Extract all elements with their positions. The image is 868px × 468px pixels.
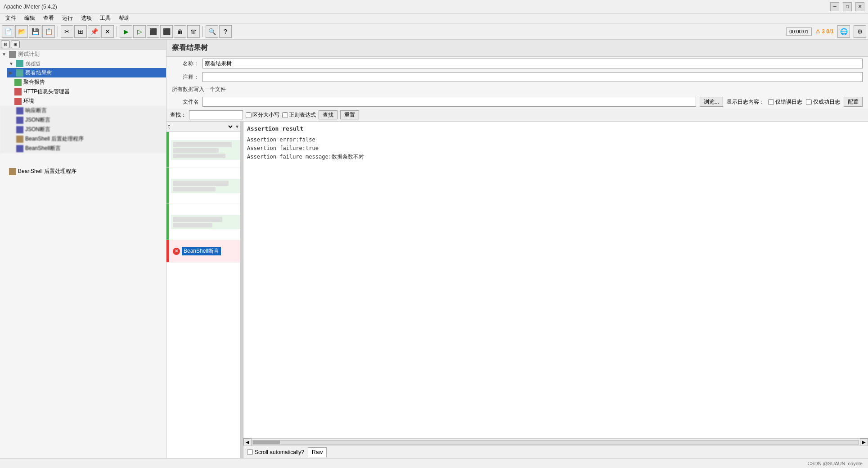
error-log-check[interactable] — [768, 99, 774, 105]
left-pane-header: t ▾ — [166, 122, 240, 132]
sidebar-item-assert1[interactable]: 响应断言 — [14, 106, 166, 115]
start-btn[interactable]: ▶ — [120, 25, 132, 38]
sidebar-item-bean1[interactable]: BeanShell 后置处理程序 — [14, 134, 166, 144]
sidebar-item-http[interactable]: HTTP信息头管理器 — [7, 87, 166, 96]
remote-btn[interactable]: 🌐 — [837, 25, 850, 38]
copy-btn[interactable]: ⊞ — [74, 25, 87, 38]
maximize-button[interactable]: □ — [843, 2, 852, 11]
result-item-4-content: ✕ BeanShell断言 — [171, 245, 240, 257]
left-dropdown[interactable]: t — [166, 122, 234, 132]
sidebar-item-label-0: 线程组 — [25, 60, 40, 67]
result-item-1-content — [171, 140, 240, 160]
help-btn[interactable]: ? — [219, 25, 232, 38]
stop-btn[interactable]: ⬛ — [147, 25, 159, 38]
config-btn[interactable]: 配置 — [844, 97, 863, 107]
close-button[interactable]: ✕ — [855, 2, 864, 11]
case-checkbox[interactable]: 区分大小写 — [246, 111, 279, 119]
assertion-panel: Assertion result Assertion error:false A… — [243, 122, 868, 165]
regex-checkbox[interactable]: 正则表达式 — [282, 111, 316, 119]
group-icon — [16, 60, 23, 67]
search-input[interactable] — [189, 110, 243, 119]
sidebar-item-beanshell-assert[interactable]: BeanShell断言 — [14, 144, 166, 153]
hscroll-track[interactable] — [252, 440, 859, 445]
raw-tab[interactable]: Raw — [308, 447, 327, 457]
results-left: t ▾ — [166, 122, 241, 458]
paste-btn[interactable]: 📌 — [88, 25, 100, 38]
browse-btn[interactable]: 浏览... — [700, 97, 723, 107]
scroll-right-btn[interactable]: ▶ — [860, 438, 868, 446]
sidebar-item-label-tree: 察看结果树 — [25, 69, 52, 77]
sidebar-item-aggregate[interactable]: 聚合报告 — [7, 77, 166, 87]
menu-view[interactable]: 查看 — [40, 14, 58, 23]
minimize-button[interactable]: ─ — [830, 2, 839, 11]
clear-btn[interactable]: 🗑 — [174, 25, 186, 38]
sidebar-item-bean2[interactable]: BeanShell 后置处理程序 — [7, 167, 166, 176]
menu-run[interactable]: 运行 — [58, 14, 76, 23]
comment-input[interactable] — [202, 72, 863, 82]
json2-icon — [16, 126, 23, 133]
sidebar-item-env[interactable]: 环境 — [7, 96, 166, 106]
case-check[interactable] — [246, 112, 252, 118]
collapse-all-btn[interactable]: ⊟ — [1, 41, 10, 48]
result-item-2[interactable] — [166, 168, 240, 204]
success-log-check[interactable] — [806, 99, 812, 105]
sidebar-item-label-beanshell-assert: BeanShell断言 — [25, 145, 61, 152]
result-item-1[interactable] — [166, 132, 240, 168]
sidebar-item-label-bean2: BeanShell 后置处理程序 — [18, 168, 76, 175]
clear-all-btn[interactable]: 🗑 — [187, 25, 200, 38]
log-buttons: 仅错误日志 仅成功日志 — [768, 98, 840, 106]
name-label: 名称： — [172, 60, 199, 68]
hscrollbar[interactable]: ◀ ▶ — [243, 438, 868, 445]
separator1 — [58, 26, 58, 37]
env-icon — [14, 98, 22, 105]
file-row-inner: 浏览... 显示日志内容： 仅错误日志 仅成功日志 配置 — [202, 97, 863, 107]
root-label: 测试计划 — [18, 50, 40, 58]
new-btn[interactable]: 📄 — [2, 25, 14, 38]
result-item-3[interactable] — [166, 204, 240, 240]
scroll-auto-checkbox[interactable]: Scroll automatically? — [247, 449, 304, 455]
error-log-checkbox[interactable]: 仅错误日志 — [768, 98, 802, 106]
result-item-4[interactable]: ✕ BeanShell断言 — [166, 240, 240, 263]
expand-all-btn[interactable]: ⊞ — [11, 41, 20, 48]
scroll-auto-check[interactable] — [247, 449, 253, 455]
menu-edit[interactable]: 编辑 — [21, 14, 39, 23]
settings-btn[interactable]: ⚙ — [854, 25, 866, 38]
right-pane-spacer — [243, 165, 868, 438]
scroll-left-btn[interactable]: ◀ — [243, 438, 252, 446]
sidebar-item-tree[interactable]: ▶ 察看结果树 — [7, 68, 166, 77]
regex-check[interactable] — [282, 112, 288, 118]
dropdown-arrow: ▾ — [234, 123, 240, 130]
beanshell-label: BeanShell断言 — [182, 247, 221, 255]
sidebar-root[interactable]: ▼ 测试计划 — [0, 50, 166, 59]
main-layout: ⊟ ⊞ ▼ 测试计划 ▼ 线程组 ▶ 察看结果树 — [0, 40, 868, 458]
assertion-title: Assertion result — [247, 125, 864, 132]
sidebar-item-0[interactable]: ▼ 线程组 — [7, 59, 166, 68]
json1-icon — [16, 117, 23, 124]
sidebar-item-json1[interactable]: JSON断言 — [14, 115, 166, 125]
sidebar-item-json2[interactable]: JSON断言 — [14, 125, 166, 134]
menu-options[interactable]: 选项 — [77, 14, 95, 23]
search-btn[interactable]: 🔍 — [206, 25, 218, 38]
success-log-checkbox[interactable]: 仅成功日志 — [806, 98, 840, 106]
menu-help[interactable]: 帮助 — [115, 14, 133, 23]
menu-tools[interactable]: 工具 — [96, 14, 114, 23]
color-bar-2 — [166, 168, 169, 204]
find-btn[interactable]: 查找 — [319, 110, 337, 119]
file-input[interactable] — [202, 97, 696, 107]
reset-btn[interactable]: 重置 — [340, 110, 359, 119]
results-right: Assertion result Assertion error:false A… — [243, 122, 868, 458]
assertion-line2: Assertion failure:true — [247, 144, 864, 153]
save-btn[interactable]: 💾 — [29, 25, 41, 38]
hscroll-thumb[interactable] — [253, 441, 280, 444]
cut-btn[interactable]: ✂ — [61, 25, 73, 38]
sidebar-bottom: BeanShell 后置处理程序 — [0, 167, 166, 176]
menu-file[interactable]: 文件 — [2, 14, 20, 23]
shutdown-btn[interactable]: ⬛ — [160, 25, 173, 38]
open-btn[interactable]: 📂 — [15, 25, 28, 38]
start-nopauses-btn[interactable]: ▷ — [133, 25, 146, 38]
search-toolbar: 查找： 区分大小写 正则表达式 查找 重置 — [166, 109, 868, 122]
delete-btn[interactable]: ✕ — [101, 25, 114, 38]
save-as-btn[interactable]: 📋 — [42, 25, 55, 38]
comment-row: 注释： — [166, 70, 868, 84]
name-input[interactable] — [202, 59, 863, 68]
